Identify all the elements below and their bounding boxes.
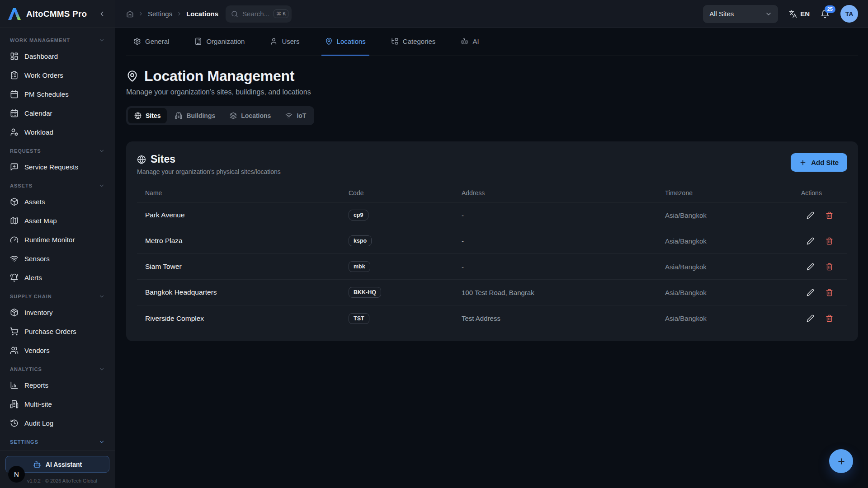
sidebar-item-runtime-monitor[interactable]: Runtime Monitor xyxy=(5,230,109,249)
add-site-button[interactable]: Add Site xyxy=(791,153,847,172)
site-code-badge: kspo xyxy=(349,235,372,246)
edit-site-button[interactable] xyxy=(807,263,814,271)
location-subtabs: SitesBuildingsLocationsIoT xyxy=(126,106,314,125)
chevron-down-icon xyxy=(765,10,772,18)
search-placeholder: Search... xyxy=(242,10,269,18)
sidebar-item-calendar[interactable]: Calendar xyxy=(5,103,109,122)
breadcrumb-settings[interactable]: Settings xyxy=(148,10,172,18)
delete-site-button[interactable] xyxy=(826,211,833,219)
pin-icon xyxy=(126,70,138,82)
sidebar-item-label: Purchase Orders xyxy=(24,328,76,335)
chevron-down-icon xyxy=(765,10,772,18)
site-name: Riverside Complex xyxy=(145,314,349,323)
column-header-code: Code xyxy=(349,189,462,197)
sidebar-section-requests[interactable]: REQUESTS xyxy=(5,141,109,157)
breadcrumb-locations[interactable]: Locations xyxy=(186,10,218,18)
sidebar-section-analytics[interactable]: ANALYTICS xyxy=(5,360,109,375)
gear-icon xyxy=(133,38,141,45)
settings-tabs: GeneralOrganizationUsersLocationsCategor… xyxy=(126,28,858,56)
sidebar-section-work-management[interactable]: WORK MANAGEMENT xyxy=(5,31,109,47)
sidebar-collapse-button[interactable] xyxy=(98,10,108,18)
tab-categories[interactable]: Categories xyxy=(387,28,439,56)
dashboard-icon xyxy=(10,52,19,61)
subtab-iot[interactable]: IoT xyxy=(279,108,312,123)
table-row[interactable]: Park Avenuecp9-Asia/Bangkok xyxy=(137,202,847,228)
bot-icon xyxy=(33,460,41,469)
chevron-down-icon xyxy=(99,293,105,300)
package-icon xyxy=(10,308,19,317)
sidebar-item-reports[interactable]: Reports xyxy=(5,375,109,394)
page-header: Location Management Manage your organiza… xyxy=(115,56,868,96)
table-row[interactable]: Siam Towermbk-Asia/Bangkok xyxy=(137,254,847,280)
sidebar-item-work-orders[interactable]: Work Orders xyxy=(5,66,109,84)
user-avatar[interactable]: N xyxy=(8,466,25,483)
sidebar-item-asset-map[interactable]: Asset Map xyxy=(5,211,109,230)
main-area: Settings Locations Search... ⌘ K All Sit… xyxy=(115,0,868,488)
floating-add-button[interactable] xyxy=(829,449,853,473)
tab-label: Organization xyxy=(206,38,245,45)
notifications-button[interactable]: 25 xyxy=(821,9,830,19)
sidebar-item-alerts[interactable]: Alerts xyxy=(5,268,109,287)
profile-avatar[interactable]: TA xyxy=(840,5,858,23)
box-icon xyxy=(10,197,19,206)
home-icon[interactable] xyxy=(126,10,134,18)
subtab-sites[interactable]: Sites xyxy=(128,108,167,123)
sidebar-item-dashboard[interactable]: Dashboard xyxy=(5,47,109,66)
tab-general[interactable]: General xyxy=(130,28,173,56)
sidebar-item-purchase-orders[interactable]: Purchase Orders xyxy=(5,322,109,341)
sidebar-item-vendors[interactable]: Vendors xyxy=(5,341,109,360)
table-row[interactable]: Bangkok HeadquartersBKK-HQ100 Test Road,… xyxy=(137,280,847,305)
tab-organization[interactable]: Organization xyxy=(191,28,248,56)
search-icon xyxy=(231,10,238,18)
sidebar-item-label: Alerts xyxy=(24,274,42,282)
sidebar-item-sensors[interactable]: Sensors xyxy=(5,249,109,268)
tab-ai[interactable]: AI xyxy=(457,28,482,56)
message-plus-icon xyxy=(10,163,19,171)
site-selector-dropdown[interactable]: All Sites xyxy=(703,5,778,23)
sites-card: Sites Manage your organization's physica… xyxy=(126,141,858,341)
delete-site-button[interactable] xyxy=(826,263,833,271)
tab-users[interactable]: Users xyxy=(266,28,303,56)
table-row[interactable]: Riverside ComplexTSTTest AddressAsia/Ban… xyxy=(137,305,847,331)
edit-site-button[interactable] xyxy=(807,289,814,296)
sidebar-item-pm-schedules[interactable]: PM Schedules xyxy=(5,84,109,103)
chevron-down-icon xyxy=(99,366,105,372)
column-header-timezone: Timezone xyxy=(665,189,801,197)
sidebar-item-assets[interactable]: Assets xyxy=(5,192,109,211)
sidebar-section-assets[interactable]: ASSETS xyxy=(5,176,109,192)
edit-site-button[interactable] xyxy=(807,314,814,322)
sidebar-section-settings[interactable]: SETTINGS xyxy=(5,432,109,448)
sidebar-item-service-requests[interactable]: Service Requests xyxy=(5,157,109,176)
sidebar-section-supply-chain[interactable]: SUPPLY CHAIN xyxy=(5,287,109,303)
add-site-label: Add Site xyxy=(811,159,839,166)
subtab-buildings[interactable]: Buildings xyxy=(169,108,222,123)
users-icon xyxy=(10,346,19,355)
sidebar-item-label: Multi-site xyxy=(24,400,52,408)
site-address: - xyxy=(462,237,665,245)
language-switcher[interactable]: EN xyxy=(789,10,810,18)
building-2-icon xyxy=(10,400,19,408)
delete-site-button[interactable] xyxy=(826,289,833,296)
gauge-icon xyxy=(10,235,19,244)
sidebar-item-inventory[interactable]: Inventory xyxy=(5,303,109,322)
delete-site-button[interactable] xyxy=(826,237,833,245)
tab-locations[interactable]: Locations xyxy=(321,28,369,56)
subtab-locations[interactable]: Locations xyxy=(223,108,277,123)
search-input[interactable]: Search... ⌘ K xyxy=(226,5,292,23)
edit-site-button[interactable] xyxy=(807,237,814,245)
pencil-icon xyxy=(807,237,814,245)
site-timezone: Asia/Bangkok xyxy=(665,263,801,271)
sidebar-item-audit-log[interactable]: Audit Log xyxy=(5,413,109,432)
sidebar-item-multi-site[interactable]: Multi-site xyxy=(5,394,109,413)
topbar-right: All Sites EN 25 TA xyxy=(703,5,858,23)
table-row[interactable]: Metro Plazakspo-Asia/Bangkok xyxy=(137,228,847,254)
home-icon xyxy=(126,10,134,18)
site-code-badge: cp9 xyxy=(349,210,368,221)
sidebar-item-workload[interactable]: Workload xyxy=(5,122,109,141)
globe-icon xyxy=(137,155,146,164)
logo-row: AltoCMMS Pro xyxy=(0,0,115,28)
edit-site-button[interactable] xyxy=(807,211,814,219)
delete-site-button[interactable] xyxy=(826,314,833,322)
chevron-down-icon xyxy=(99,439,105,445)
plus-icon xyxy=(799,159,807,166)
